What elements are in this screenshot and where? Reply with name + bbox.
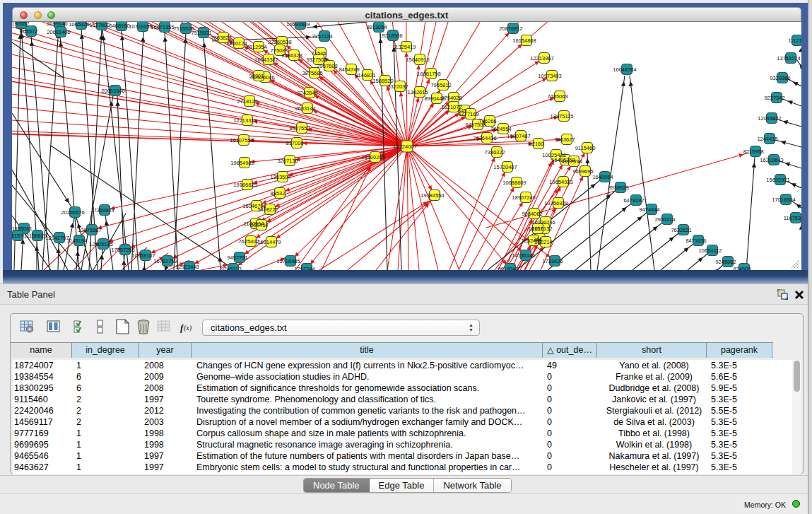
- svg-text:817006: 817006: [286, 140, 303, 146]
- svg-text:7386322: 7386322: [484, 149, 505, 156]
- svg-text:12505135: 12505135: [89, 241, 112, 247]
- svg-text:9227342: 9227342: [764, 95, 784, 101]
- svg-text:746266: 746266: [478, 118, 496, 124]
- svg-text:1527602: 1527602: [89, 22, 110, 28]
- svg-text:10958107: 10958107: [131, 252, 155, 259]
- svg-text:7625402: 7625402: [238, 238, 259, 245]
- svg-text:9777169: 9777169: [458, 111, 478, 117]
- svg-text:11325419: 11325419: [393, 44, 416, 50]
- svg-text:1935061: 1935061: [12, 226, 33, 232]
- svg-text:9699695: 9699695: [572, 168, 593, 175]
- svg-text:1145194: 1145194: [67, 238, 88, 244]
- svg-text:11121: 11121: [788, 37, 801, 44]
- svg-text:(x): (x): [184, 324, 192, 332]
- svg-text:1167531: 1167531: [784, 215, 801, 221]
- svg-text:8813054: 8813054: [366, 24, 387, 30]
- svg-text:1244415: 1244415: [757, 136, 777, 142]
- svg-text:9242848: 9242848: [297, 90, 317, 96]
- svg-text:15640910: 15640910: [406, 57, 429, 63]
- svg-text:9115460: 9115460: [575, 145, 596, 151]
- svg-text:16648784: 16648784: [613, 66, 636, 73]
- svg-text:16107553: 16107553: [230, 137, 253, 144]
- svg-text:14136141: 14136141: [512, 252, 535, 259]
- svg-text:71546: 71546: [312, 50, 326, 57]
- svg-text:9084062: 9084062: [522, 211, 542, 217]
- svg-text:17359924: 17359924: [90, 207, 114, 214]
- svg-text:4957594: 4957594: [561, 158, 582, 165]
- svg-text:10719155: 10719155: [129, 23, 152, 30]
- svg-text:9329366: 9329366: [770, 75, 790, 81]
- svg-text:1640954: 1640954: [592, 174, 613, 180]
- svg-text:16782759: 16782759: [153, 258, 177, 264]
- svg-text:3624554: 3624554: [490, 126, 511, 132]
- svg-text:19654923: 19654923: [549, 179, 572, 185]
- svg-text:9463627: 9463627: [554, 136, 575, 143]
- svg-text:7357224: 7357224: [312, 33, 332, 40]
- svg-text:7515521: 7515521: [191, 30, 211, 36]
- svg-text:18300295: 18300295: [361, 154, 384, 160]
- svg-text:11156829: 11156829: [24, 233, 47, 239]
- svg-text:16033809: 16033809: [286, 22, 310, 28]
- svg-text:15716485: 15716485: [276, 258, 300, 264]
- svg-text:099459: 099459: [250, 222, 268, 228]
- svg-text:19218506: 19218506: [379, 33, 402, 39]
- svg-text:7955812: 7955812: [430, 82, 451, 88]
- svg-text:2933114: 2933114: [655, 216, 676, 223]
- svg-text:905572: 905572: [20, 28, 37, 35]
- svg-text:20206576: 20206576: [61, 209, 84, 216]
- svg-text:9618342: 9618342: [498, 266, 518, 271]
- svg-text:16961758: 16961758: [417, 71, 440, 77]
- svg-text:1065326: 1065326: [69, 22, 89, 28]
- svg-text:88532: 88532: [271, 190, 286, 197]
- svg-text:10688609: 10688609: [502, 180, 526, 186]
- svg-text:12213319: 12213319: [233, 117, 257, 124]
- svg-text:9327508: 9327508: [306, 57, 326, 63]
- svg-text:15720407: 15720407: [493, 164, 517, 170]
- svg-text:824509: 824509: [733, 266, 751, 271]
- svg-text:8322037: 8322037: [387, 83, 408, 90]
- svg-text:12942757: 12942757: [45, 235, 69, 241]
- svg-text:16543382: 16543382: [254, 57, 278, 63]
- svg-text:2718129: 2718129: [237, 98, 257, 105]
- svg-text:9474444: 9474444: [639, 206, 659, 213]
- svg-text:15692971: 15692971: [766, 177, 789, 183]
- svg-text:22260538: 22260538: [268, 39, 291, 45]
- svg-text:8186328: 8186328: [281, 52, 302, 59]
- svg-text:2967608: 2967608: [317, 63, 337, 69]
- svg-text:7632621: 7632621: [671, 227, 691, 233]
- svg-text:39159: 39159: [12, 233, 23, 239]
- svg-text:16151: 16151: [529, 226, 543, 232]
- svg-text:16671355: 16671355: [151, 24, 174, 30]
- svg-text:12923448: 12923448: [175, 264, 199, 270]
- svg-text:8938923: 8938923: [608, 185, 628, 191]
- svg-text:8215958: 8215958: [743, 148, 763, 155]
- svg-text:12093822: 12093822: [758, 115, 781, 122]
- svg-text:20053346: 20053346: [101, 88, 124, 94]
- svg-text:19384554: 19384554: [420, 192, 444, 199]
- svg-text:6479197: 6479197: [623, 197, 644, 204]
- svg-text:10807487: 10807487: [507, 133, 530, 139]
- svg-text:19756928: 19756928: [544, 200, 567, 206]
- svg-text:13975887: 13975887: [78, 227, 101, 233]
- svg-text:18907249: 18907249: [512, 194, 535, 201]
- svg-text:1292344: 1292344: [294, 266, 314, 271]
- svg-text:17016504: 17016504: [772, 197, 795, 203]
- svg-text:98901: 98901: [249, 73, 264, 79]
- svg-text:18724007: 18724007: [393, 144, 416, 150]
- svg-text:10120746: 10120746: [531, 219, 555, 226]
- svg-text:19654982: 19654982: [230, 160, 254, 166]
- svg-text:12213967: 12213967: [530, 55, 553, 62]
- svg-text:8471636: 8471636: [686, 238, 706, 244]
- svg-text:20364436: 20364436: [473, 135, 496, 141]
- svg-text:2603144: 2603144: [295, 105, 315, 112]
- svg-text:16914479: 16914479: [257, 239, 281, 245]
- svg-text:12975115: 12975115: [551, 113, 574, 119]
- svg-text:6466160: 6466160: [109, 23, 129, 29]
- svg-text:9245313: 9245313: [220, 266, 241, 271]
- svg-text:7485063: 7485063: [547, 93, 567, 100]
- svg-text:1362615: 1362615: [407, 89, 428, 95]
- svg-text:10654112: 10654112: [699, 247, 722, 254]
- svg-text:1733426: 1733426: [542, 258, 563, 264]
- svg-text:3267130: 3267130: [277, 158, 298, 164]
- svg-text:9245652: 9245652: [715, 259, 736, 265]
